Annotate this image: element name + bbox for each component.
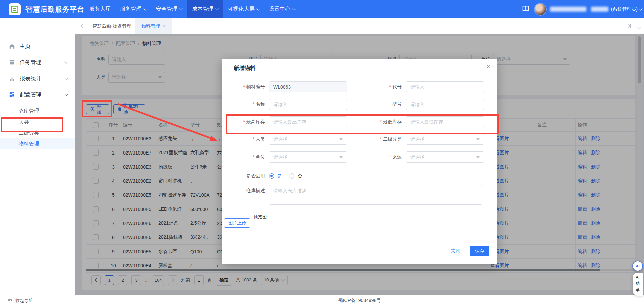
bar-chart-icon xyxy=(9,76,15,82)
tab-menu-chevron-icon[interactable] xyxy=(638,24,641,30)
top-navbar: 智慧后勤服务平台 服务大厅 服务管理 安全管理 成本管理 可视化大屏 设置中心 … xyxy=(0,0,644,18)
upload-image-button[interactable]: 图片上传 xyxy=(224,218,250,228)
user-role[interactable]: (系统管理员) xyxy=(611,6,642,12)
radio-no[interactable] xyxy=(289,173,294,179)
nav-item-cost-mgmt[interactable]: 成本管理 xyxy=(187,0,223,18)
caret-down-icon xyxy=(339,138,343,140)
field-model: 型号 xyxy=(370,99,484,110)
field-category: *大类 请选择 xyxy=(234,134,347,145)
chevron-down-icon xyxy=(64,92,68,96)
app-logo-icon xyxy=(9,3,21,15)
material-code-input xyxy=(269,81,347,92)
unit-select[interactable]: 请选择 xyxy=(269,151,347,163)
field-source: *来源 请选择 xyxy=(370,151,484,163)
radio-yes[interactable] xyxy=(269,173,274,179)
collapse-nav-button[interactable]: 收起导航 xyxy=(0,295,75,306)
nav-item-service-hall[interactable]: 服务大厅 xyxy=(85,0,115,18)
field-min-stock: *最低库存 xyxy=(370,116,484,127)
nav-item-settings-center[interactable]: 设置中心 xyxy=(264,0,300,18)
nav-item-visual-dashboard[interactable]: 可视化大屏 xyxy=(223,0,264,18)
max-stock-input[interactable] xyxy=(269,116,347,127)
sidebar-subitem-warehouse-mgmt[interactable]: 仓库管理 xyxy=(0,105,75,116)
modal-divider xyxy=(222,75,497,75)
add-material-modal: 新增物料 × *物料编号 *代号 *名称 型号 *最高库存 *最低库存 *大 xyxy=(222,59,497,264)
close-icon[interactable]: × xyxy=(163,18,166,34)
field-unit: *单位 请选择 xyxy=(234,151,347,163)
field-material-code: *物料编号 xyxy=(234,81,347,92)
sidebar-item-report-stats[interactable]: 报表统计 xyxy=(0,73,75,84)
caret-down-icon xyxy=(339,156,343,158)
sidebar-item-task-mgmt[interactable]: 任务管理 xyxy=(0,57,75,68)
navbar-right: (系统管理员) xyxy=(521,0,642,18)
icp-text: 蜀ICP备19034998号 xyxy=(338,298,381,304)
category-select[interactable]: 请选择 xyxy=(269,134,347,145)
model-input[interactable] xyxy=(406,99,484,110)
book-icon[interactable] xyxy=(521,4,530,14)
caret-down-icon xyxy=(476,156,480,158)
main-nav: 服务大厅 服务管理 安全管理 成本管理 可视化大屏 设置中心 xyxy=(85,0,300,18)
tab-scroll-right-icon[interactable] xyxy=(627,23,632,31)
tab-material-mgmt[interactable]: 物料管理 × xyxy=(135,18,172,34)
name-input[interactable] xyxy=(269,99,347,110)
field-enabled: 是否启用 是 否 xyxy=(234,170,302,181)
nav-item-service-mgmt[interactable]: 服务管理 xyxy=(115,0,151,18)
field-subcategory: *二级分类 请选择 xyxy=(370,134,484,145)
sidebar-item-config-mgmt[interactable]: 配置管理 xyxy=(0,89,75,100)
field-name: *名称 xyxy=(234,99,347,110)
alias-input[interactable] xyxy=(406,81,484,92)
modal-title: 新增物料 xyxy=(234,65,255,72)
sidebar-subitem-material-mgmt[interactable]: 物料管理 xyxy=(0,138,75,149)
home-icon xyxy=(9,43,15,49)
chevron-down-icon xyxy=(64,76,68,80)
page-footer: 蜀ICP备19034998号 xyxy=(75,295,644,306)
chevron-down-icon xyxy=(215,7,219,10)
user-name-redacted xyxy=(550,7,608,12)
radio-no-label[interactable]: 否 xyxy=(297,173,302,179)
collapse-nav-icon xyxy=(7,298,13,303)
sidebar: 主页 任务管理 报表统计 配置管理 仓库管理 大类 二级分类 物料管理 xyxy=(0,18,75,295)
warehouse-description-textarea[interactable] xyxy=(269,185,482,205)
field-alias: *代号 xyxy=(370,81,484,92)
chevron-down-icon xyxy=(179,7,183,10)
min-stock-input[interactable] xyxy=(406,116,484,127)
radio-yes-label[interactable]: 是 xyxy=(277,173,282,179)
grid-icon xyxy=(9,92,15,98)
tab-logistics-material-mgmt[interactable]: 智慧后勤-物资管理 xyxy=(86,18,138,34)
source-select[interactable]: 请选择 xyxy=(406,151,484,163)
chevron-down-icon xyxy=(292,7,296,10)
field-description-label: 仓库描述 xyxy=(234,185,269,196)
field-max-stock: *最高库存 xyxy=(234,116,347,127)
sidebar-subitem-sub-category[interactable]: 二级分类 xyxy=(0,127,75,138)
chevron-down-icon xyxy=(639,7,642,10)
modal-close-button[interactable]: 关闭 xyxy=(446,246,465,256)
sidebar-item-home[interactable]: 主页 xyxy=(0,41,75,52)
ai-assistant-label[interactable]: AI 助 手 xyxy=(633,273,643,296)
subcategory-select[interactable]: 请选择 xyxy=(406,134,484,145)
ai-assistant-widget[interactable]: AI AI 助 手 xyxy=(631,261,644,296)
image-preview-box: 预览图: xyxy=(251,212,278,234)
chevron-down-icon xyxy=(256,7,260,10)
chevron-down-icon xyxy=(64,60,68,63)
brand-title: 智慧后勤服务平台 xyxy=(25,0,85,18)
nav-item-security-mgmt[interactable]: 安全管理 xyxy=(151,0,187,18)
close-icon[interactable]: × xyxy=(486,63,490,70)
caret-down-icon xyxy=(476,138,480,140)
modal-save-button[interactable]: 保存 xyxy=(470,246,489,256)
task-box-icon xyxy=(9,59,15,65)
chevron-down-icon xyxy=(143,7,147,10)
ai-logo-icon[interactable]: AI xyxy=(632,261,643,271)
tab-scroll-left-icon[interactable] xyxy=(79,23,84,31)
tab-bar: 智慧后勤-物资管理 物料管理 × xyxy=(75,18,644,34)
sidebar-subitem-major-category[interactable]: 大类 xyxy=(0,116,75,127)
user-avatar[interactable] xyxy=(535,4,546,15)
